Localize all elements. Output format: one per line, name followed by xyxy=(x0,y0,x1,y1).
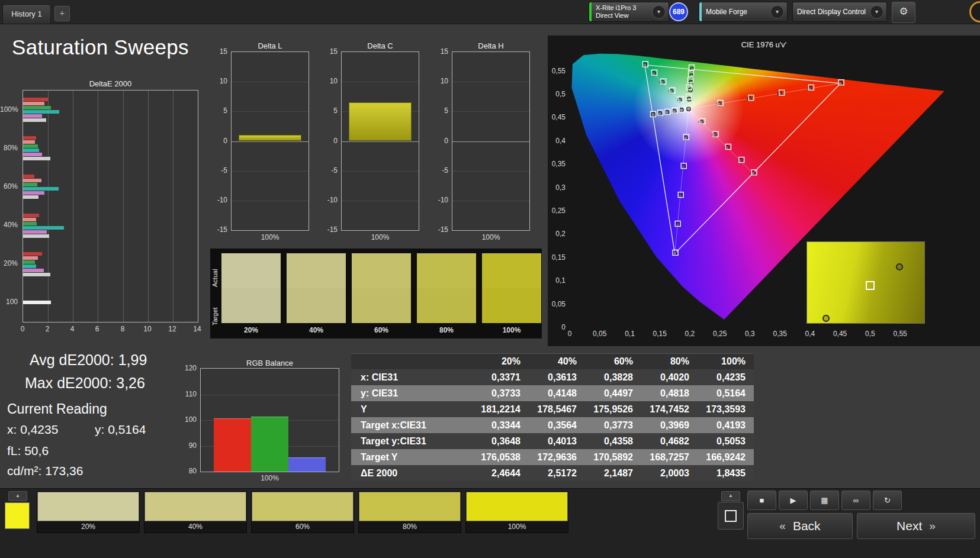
settings-button[interactable]: ⚙ xyxy=(892,2,915,23)
table-cell: 2,1487 xyxy=(585,465,641,481)
deltae-bar xyxy=(23,187,59,191)
table-header-cell xyxy=(351,354,473,369)
target-marker xyxy=(687,107,691,111)
window-icon xyxy=(725,510,737,522)
y-tick-label: 0,1 xyxy=(548,276,565,285)
gridline xyxy=(342,171,419,172)
y-tick-label: 5 xyxy=(321,106,338,115)
y-tick-label: 100 xyxy=(179,415,197,424)
current-patch-preview xyxy=(5,502,30,529)
table-cell: 0,4148 xyxy=(529,385,585,401)
delta-l-chart-title: Delta L xyxy=(231,41,309,50)
next-button-label: Next xyxy=(897,519,922,533)
bottombar: ▲ 20%40%60%80%100% ▲ ■▶▦∞↻ « Back Next » xyxy=(0,488,980,558)
patch-button-60%[interactable]: 60% xyxy=(251,491,354,533)
add-tab-button[interactable]: + xyxy=(54,6,70,21)
target-swatch xyxy=(417,288,476,323)
y-tick-label: 0,45 xyxy=(548,112,565,122)
collapse-right-button[interactable]: ▲ xyxy=(721,491,740,501)
y-tick-label: 5 xyxy=(432,106,448,115)
tab-history-1[interactable]: History 1 xyxy=(2,4,51,24)
delta-c-y-axis: 151050-5-10-15 xyxy=(321,51,340,230)
y-tick-label: 0,25 xyxy=(548,206,565,215)
meter-dropdown[interactable]: X-Rite i1Pro 3 Direct View ▾ xyxy=(589,2,669,22)
refresh-button[interactable]: ↻ xyxy=(873,491,902,510)
y-tick-label: 100% xyxy=(0,105,18,114)
patch-button-100%[interactable]: 100% xyxy=(465,491,568,533)
up-arrow-icon: ▲ xyxy=(728,493,733,498)
table-cell: 0,3773 xyxy=(585,417,641,433)
y-tick-label: 0,05 xyxy=(548,299,565,309)
y-tick-label: 10 xyxy=(321,76,338,86)
patch-button-20%[interactable]: 20% xyxy=(37,491,140,533)
display-control-dropdown[interactable]: Direct Display Control ▾ xyxy=(792,2,887,22)
patch-window-button[interactable] xyxy=(718,502,744,530)
marker-icon: ▦ xyxy=(821,496,828,505)
gridline xyxy=(342,82,419,82)
actual-target-swatch-panel: Actual Target 20%40%60%80%100% xyxy=(210,249,542,338)
patch-button-label: 60% xyxy=(252,521,354,533)
y-tick-label: 110 xyxy=(179,389,197,399)
marker-button[interactable]: ▦ xyxy=(810,491,839,510)
delta-l-chart xyxy=(231,51,309,231)
delta-h-x-axis: 100% xyxy=(452,233,530,242)
app-window: History 1 + X-Rite i1Pro 3 Direct View ▾… xyxy=(0,0,980,558)
meter-label-line1: X-Rite i1Pro 3 xyxy=(596,4,648,12)
x-tick-label: 0,25 xyxy=(709,329,731,338)
table-row-label: Target x:CIE31 xyxy=(351,417,473,433)
play-icon: ▶ xyxy=(791,496,796,505)
deltae-bar xyxy=(23,234,49,238)
patch-button-label: 20% xyxy=(37,521,139,533)
actual-swatch xyxy=(221,253,281,288)
deltae-bar xyxy=(23,218,36,221)
current-fl-reading: fL: 50,6 xyxy=(7,444,49,458)
stop-button[interactable]: ■ xyxy=(747,491,776,510)
y-tick-label: 0,35 xyxy=(548,159,565,169)
patch-button-80%[interactable]: 80% xyxy=(358,491,461,533)
gridline xyxy=(98,91,98,322)
deltae-bar xyxy=(23,153,42,156)
session-count-badge[interactable]: 689 xyxy=(669,2,688,21)
chevron-down-icon[interactable]: ▾ xyxy=(870,5,883,19)
loop-button[interactable]: ∞ xyxy=(841,491,870,510)
deltae-bar xyxy=(23,140,35,144)
back-button[interactable]: « Back xyxy=(747,513,853,539)
actual-label: Actual xyxy=(211,257,220,299)
table-cell: 175,9526 xyxy=(585,401,641,417)
table-cell: 0,4497 xyxy=(585,385,641,401)
up-arrow-icon: ▲ xyxy=(15,493,20,498)
collapse-left-button[interactable]: ▲ xyxy=(8,491,27,501)
meter-label: X-Rite i1Pro 3 Direct View xyxy=(592,4,652,20)
display-control-label: Direct Display Control xyxy=(793,8,870,16)
target-swatch xyxy=(482,288,541,323)
gridline xyxy=(173,91,173,322)
workflow-dropdown[interactable]: Mobile Forge ▾ xyxy=(699,2,788,22)
deltae-bar xyxy=(23,157,50,160)
workflow-label: Mobile Forge xyxy=(702,8,770,16)
target-label: Target xyxy=(211,296,220,337)
stop-icon: ■ xyxy=(760,496,764,505)
patch-button-40%[interactable]: 40% xyxy=(144,491,247,533)
table-cell: 0,4235 xyxy=(698,369,754,385)
x-axis-label: 100% xyxy=(231,233,309,242)
y-tick-label: 0,4 xyxy=(548,136,565,146)
patch-button-row: 20%40%60%80%100% xyxy=(37,491,573,534)
deltae2000-chart-title: DeltaE 2000 xyxy=(23,79,198,88)
x-tick-label: 8 xyxy=(115,324,130,334)
gridline xyxy=(452,201,529,201)
x-axis-label: 100% xyxy=(452,233,530,242)
deltae-bar xyxy=(23,269,44,272)
chevron-down-icon[interactable]: ▾ xyxy=(652,5,666,19)
gridline xyxy=(452,82,529,82)
gridline xyxy=(232,141,309,142)
play-button[interactable]: ▶ xyxy=(779,491,808,510)
chevron-down-icon[interactable]: ▾ xyxy=(770,5,784,19)
refresh-icon: ↻ xyxy=(884,496,891,505)
next-button[interactable]: Next » xyxy=(857,513,975,539)
table-row: x: CIE310,33710,36130,38280,40200,4235 xyxy=(351,369,754,385)
table-row: ΔE 20002,46442,51722,14872,00031,8435 xyxy=(351,465,754,481)
gridline xyxy=(232,201,309,201)
session-indicator-icon[interactable] xyxy=(969,1,980,22)
deltae-bar xyxy=(23,179,41,182)
table-row-label: ΔE 2000 xyxy=(351,465,473,481)
